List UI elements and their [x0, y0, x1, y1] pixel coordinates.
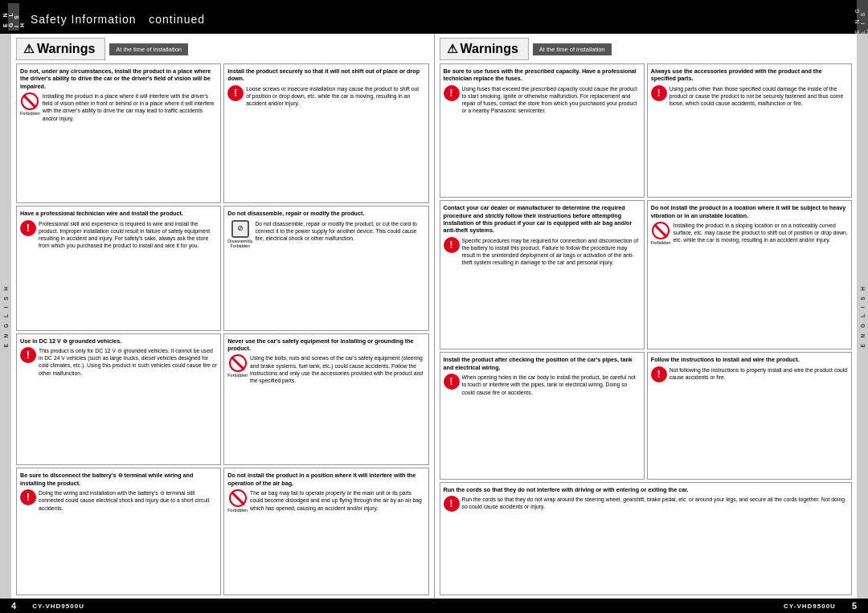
exclaim-icon-r5: ! — [444, 374, 460, 390]
exclaim-icon-7: ! — [20, 489, 36, 505]
warn-box-8: Do not install the product in a position… — [223, 468, 428, 595]
warn-box-r1: Be sure to use fuses with the prescribed… — [440, 63, 645, 198]
warn-box-r3-body: ! Specific procedures may be required fo… — [444, 237, 641, 267]
footer-right: CY-VHD9500U 5 — [784, 601, 857, 611]
warn-box-4-text: Do not disassemble, repair or modify the… — [255, 220, 424, 243]
warn-box-6-body: Forbidden Using the bolts, nuts and scre… — [227, 354, 424, 384]
eng-tab-left: E N G L I S H — [8, 3, 19, 31]
warn-box-3-text: Professional skill and experience is req… — [39, 220, 217, 250]
warn-box-5-header: Use in DC 12 V ⊖ grounded vehicles. — [20, 337, 217, 345]
forbidden-label-r4: Forbidden — [651, 240, 671, 246]
eng-label-left: E N G L I S H — [2, 6, 25, 27]
forbidden-icon-r4: Forbidden — [651, 222, 671, 246]
warn-box-6-text: Using the bolts, nuts and screws of the … — [250, 354, 424, 384]
time-badge-left: At the time of installation — [109, 43, 188, 55]
page-title: Safety Information continued — [24, 6, 205, 28]
warn-box-r1-body: ! Using fuses that exceed the prescribed… — [444, 85, 641, 115]
footer-left: 4 CY-VHD9500U — [11, 601, 84, 611]
warn-box-1-text: Installing the product in a place where … — [43, 92, 217, 122]
forbidden-icon-6: Forbidden — [227, 354, 248, 378]
warn-box-r6: Follow the instructions to install and w… — [647, 352, 852, 479]
exclaim-icon-r3: ! — [444, 237, 460, 253]
warn-box-r3: Contact your car dealer or manufacturer … — [440, 200, 645, 349]
right-content-grid: Be sure to use fuses with the prescribed… — [440, 63, 853, 595]
warn-box-r5-header: Install the product after checking the p… — [444, 356, 641, 371]
exclaim-icon-2: ! — [227, 85, 244, 101]
warn-box-2-header: Install the product securely so that it … — [227, 67, 424, 83]
footer-page-right: 5 — [852, 601, 857, 611]
warn-box-4-header: Do not disassemble, repair or modify the… — [227, 210, 424, 217]
exclaim-icon-5: ! — [20, 347, 36, 363]
warn-box-r3-header: Contact your car dealer or manufacturer … — [444, 204, 641, 234]
warn-box-7-header: Be sure to disconnect the battery's ⊖ te… — [20, 472, 217, 487]
warn-box-r4-body: Forbidden Installing the product in a sl… — [651, 222, 848, 246]
warnings-title-left: ⚠ Warnings — [16, 38, 105, 60]
warn-triangle-right: ⚠ — [447, 42, 457, 56]
warnings-label-left: Warnings — [37, 42, 95, 56]
warn-box-1: Do not, under any circumstances, install… — [16, 63, 221, 203]
footer: 4 CY-VHD9500U CY-VHD9500U 5 — [0, 599, 868, 613]
left-content-grid: Do not, under any circumstances, install… — [16, 63, 429, 595]
warn-box-5: Use in DC 12 V ⊖ grounded vehicles. ! Th… — [16, 333, 221, 466]
disassembly-icon-4: ⊘ DisassemblyForbidden — [227, 220, 252, 249]
eng-tab-right: E N G L I S H — [857, 0, 868, 34]
warn-box-r7-header: Run the cords so that they do not interf… — [444, 486, 849, 493]
warnings-header-left: ⚠ Warnings At the time of installation — [16, 38, 429, 60]
warn-box-r1-header: Be sure to use fuses with the prescribed… — [444, 67, 641, 83]
exclaim-icon-r1: ! — [444, 85, 460, 101]
forbidden-icon-8: Forbidden — [227, 489, 248, 513]
warn-box-r2-header: Always use the accessories provided with… — [651, 67, 848, 83]
forbidden-label-8: Forbidden — [227, 508, 248, 513]
warn-box-r5-body: ! When opening holes in the car body to … — [444, 374, 641, 396]
warn-box-r6-header: Follow the instructions to install and w… — [651, 356, 848, 363]
left-vertical-tab: E N G L I S H — [0, 34, 11, 599]
warn-box-5-body: ! This product is only for DC 12 V ⊖ gro… — [20, 347, 217, 377]
warn-box-r7-body: ! Run the cords so that they do not wrap… — [444, 496, 849, 512]
warn-box-8-header: Do not install the product in a position… — [227, 472, 424, 487]
warn-box-1-body: Forbidden Installing the product in a pl… — [20, 92, 217, 122]
warn-box-r2: Always use the accessories provided with… — [647, 63, 852, 198]
warn-box-r4-header: Do not install the product in a location… — [651, 204, 848, 219]
warn-box-6: Never use the car's safety equipment for… — [223, 333, 428, 466]
warn-box-3-body: ! Professional skill and experience is r… — [20, 220, 217, 250]
warn-box-r1-text: Using fuses that exceed the prescribed c… — [462, 85, 641, 115]
warn-box-8-text: The air bag may fail to operate properly… — [250, 489, 424, 512]
warn-box-r3-text: Specific procedures may be required for … — [462, 237, 641, 267]
page-subtitle: continued — [149, 13, 205, 26]
exclaim-icon-3: ! — [20, 220, 36, 236]
top-header: E N G L I S H Safety Information continu… — [0, 0, 868, 34]
warn-box-r7-text: Run the cords so that they do not wrap a… — [462, 496, 849, 510]
warn-box-6-header: Never use the car's safety equipment for… — [227, 337, 424, 353]
warn-box-r7: Run the cords so that they do not interf… — [440, 482, 853, 595]
warn-box-7-body: ! Doing the wiring and installation with… — [20, 489, 217, 512]
warn-box-3-header: Have a professional technician wire and … — [20, 210, 217, 217]
warn-box-2: Install the product securely so that it … — [223, 63, 428, 203]
footer-page-left: 4 — [11, 601, 16, 611]
right-vertical-tab: E N G L I S H — [857, 34, 868, 599]
disassembly-label-4: DisassemblyForbidden — [227, 239, 252, 249]
warn-box-4-body: ⊘ DisassemblyForbidden Do not disassembl… — [227, 220, 424, 249]
warn-box-1-header: Do not, under any circumstances, install… — [20, 67, 217, 90]
warnings-title-right: ⚠ Warnings — [440, 38, 529, 60]
warn-triangle-left: ⚠ — [23, 42, 34, 56]
exclaim-icon-r7: ! — [444, 496, 460, 512]
warn-box-r4: Do not install the product in a location… — [647, 200, 852, 349]
forbidden-icon-1: Forbidden — [20, 92, 40, 116]
time-badge-right: At the time of installation — [533, 43, 612, 55]
footer-model-right: CY-VHD9500U — [784, 603, 836, 610]
warn-box-4: Do not disassemble, repair or modify the… — [223, 206, 428, 330]
footer-model-left: CY-VHD9500U — [32, 603, 84, 610]
warn-box-r5-text: When opening holes in the car body to in… — [462, 374, 641, 396]
warn-box-3: Have a professional technician wire and … — [16, 206, 221, 330]
exclaim-icon-r6: ! — [651, 366, 667, 382]
warn-box-r4-text: Installing the product in a sloping loca… — [674, 222, 848, 244]
forbidden-label-1: Forbidden — [20, 111, 40, 116]
main-content: E N G L I S H ⚠ Warnings At the time of … — [0, 34, 868, 599]
right-page: ⚠ Warnings At the time of installation B… — [435, 34, 858, 599]
warn-box-7-text: Doing the wiring and installation with t… — [39, 489, 217, 512]
warn-box-r6-text: Not following the instructions to proper… — [669, 366, 848, 381]
warn-box-r2-body: ! Using parts other than those specified… — [651, 85, 848, 108]
warn-box-5-text: This product is only for DC 12 V ⊖ groun… — [39, 347, 217, 377]
warn-box-8-body: Forbidden The air bag may fail to operat… — [227, 489, 424, 513]
warn-box-r5: Install the product after checking the p… — [440, 352, 645, 479]
